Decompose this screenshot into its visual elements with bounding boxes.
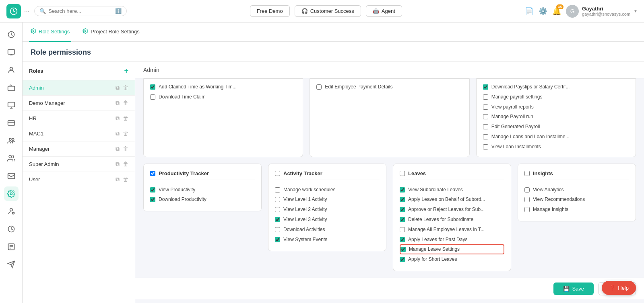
sidebar-item-card[interactable]: [4, 116, 19, 130]
checkbox-productivity-tracker-all[interactable]: [150, 171, 155, 176]
sidebar-item-user[interactable]: [4, 63, 19, 77]
partial-top-cards: Add Claimed Time as Working Tim... Downl…: [135, 78, 644, 157]
checkbox-view-system-events[interactable]: [275, 237, 280, 242]
sidebar-item-mail[interactable]: [4, 169, 19, 183]
perm-label-manage-leave-settings: Manage Leave Settings: [409, 246, 460, 253]
save-button[interactable]: 💾 Save: [553, 283, 594, 295]
checkbox-apply-past-days[interactable]: [400, 237, 405, 242]
role-item-admin[interactable]: Admin ⧉ 🗑: [23, 80, 135, 96]
copy-icon-mac1[interactable]: ⧉: [116, 130, 120, 137]
perm-label-manage-work-schedules: Manage work schedules: [283, 186, 335, 193]
copy-icon-hr[interactable]: ⧉: [116, 115, 120, 122]
perm-label-manage-payroll-run: Manage Payroll run: [491, 113, 533, 120]
checkbox-view-level1[interactable]: [275, 197, 280, 202]
svg-point-3: [10, 67, 12, 70]
checkbox-apply-short-leaves[interactable]: [400, 257, 405, 262]
checkbox-view-productivity[interactable]: [150, 187, 155, 192]
checkbox-manage-leave-settings[interactable]: [400, 247, 406, 252]
sidebar-item-clock[interactable]: [4, 27, 19, 42]
delete-icon-admin[interactable]: 🗑: [123, 84, 128, 91]
checkbox-view-recommendations[interactable]: [524, 197, 530, 202]
checkbox-download-time-claim[interactable]: [150, 94, 155, 100]
role-item-demo-manager[interactable]: Demo Manager ⧉ 🗑: [23, 96, 135, 111]
checkbox-activity-tracker-all[interactable]: [275, 171, 280, 176]
perm-label-add-claimed: Add Claimed Time as Working Tim...: [159, 84, 237, 90]
sidebar-item-settings[interactable]: [4, 186, 19, 201]
checkbox-view-loan-installments[interactable]: [483, 144, 488, 149]
sidebar-item-monitor[interactable]: [4, 98, 19, 113]
checkbox-edit-payment[interactable]: [316, 84, 322, 90]
checkbox-view-analytics[interactable]: [524, 187, 530, 192]
add-role-button[interactable]: +: [124, 67, 128, 75]
checkbox-edit-generated-payroll[interactable]: [483, 124, 488, 129]
perm-label-view-level1: View Level 1 Activity: [283, 196, 327, 203]
role-name-super-admin: Super Admin: [29, 161, 59, 167]
checkbox-delete-leaves[interactable]: [400, 217, 405, 222]
checkbox-apply-leaves-behalf[interactable]: [400, 197, 405, 202]
sidebar-item-team[interactable]: [4, 151, 19, 166]
delete-icon-demo-manager[interactable]: 🗑: [123, 100, 128, 106]
settings-gear-icon[interactable]: ⚙️: [539, 7, 547, 16]
roles-header: Roles +: [23, 62, 135, 80]
delete-icon-mac1[interactable]: 🗑: [123, 130, 128, 137]
search-bar[interactable]: 🔍 ℹ️: [34, 6, 127, 16]
checkbox-download-activities[interactable]: [275, 227, 280, 232]
copy-icon-demo-manager[interactable]: ⧉: [116, 100, 120, 106]
role-actions-admin: ⧉ 🗑: [116, 84, 128, 91]
copy-icon-manager[interactable]: ⧉: [116, 145, 120, 152]
delete-icon-user[interactable]: 🗑: [123, 176, 128, 183]
role-item-super-admin[interactable]: Super Admin ⧉ 🗑: [23, 157, 135, 172]
tab-role-settings[interactable]: Role Settings: [29, 23, 71, 42]
agent-button[interactable]: 🤖 Agent: [366, 5, 402, 17]
sidebar-item-time[interactable]: [4, 222, 19, 236]
sidebar-item-briefcase[interactable]: [4, 80, 19, 95]
free-demo-button[interactable]: Free Demo: [250, 5, 290, 17]
checkbox-manage-payroll-run[interactable]: [483, 114, 488, 119]
role-name-admin: Admin: [29, 85, 44, 91]
perm-item-download-activities: Download Activities: [275, 225, 380, 235]
sidebar-item-report[interactable]: [4, 240, 19, 254]
checkbox-view-level2[interactable]: [275, 207, 280, 212]
checkbox-insights-all[interactable]: [524, 171, 530, 176]
sidebar-item-person-settings[interactable]: [4, 204, 19, 219]
customer-success-button[interactable]: 🎧 Customer Success: [295, 5, 361, 17]
role-item-manager[interactable]: Manager ⧉ 🗑: [23, 141, 135, 157]
checkbox-manage-payroll-settings[interactable]: [483, 94, 488, 100]
checkbox-approve-reject-leaves[interactable]: [400, 207, 405, 212]
role-item-user[interactable]: User ⧉ 🗑: [23, 172, 135, 187]
tab-project-role-settings[interactable]: Project Role Settings: [81, 23, 141, 42]
perm-label-delete-leaves: Delete Leaves for Subordinate: [408, 216, 473, 223]
perm-item-manage-insights: Manage Insights: [524, 205, 629, 215]
search-input[interactable]: [48, 8, 113, 14]
tabs-bar: Role Settings Project Role Settings: [23, 23, 644, 42]
checkbox-manage-loans[interactable]: [483, 134, 488, 139]
role-item-hr[interactable]: HR ⧉ 🗑: [23, 111, 135, 126]
perm-item-edit-generated-payroll: Edit Generated Payroll: [483, 122, 629, 132]
checkbox-manage-insights[interactable]: [524, 207, 530, 212]
copy-icon-super-admin[interactable]: ⧉: [116, 161, 120, 168]
checkbox-download-productivity[interactable]: [150, 197, 155, 202]
checkbox-add-claimed[interactable]: [150, 84, 155, 90]
user-profile[interactable]: G Gayathri gayathri@snovasys.com ▼: [566, 5, 638, 18]
checkbox-view-level3[interactable]: [275, 217, 280, 222]
sidebar-item-tv[interactable]: [4, 45, 19, 59]
copy-icon-admin[interactable]: ⧉: [116, 84, 120, 91]
copy-icon-user[interactable]: ⧉: [116, 176, 120, 183]
delete-icon-super-admin[interactable]: 🗑: [123, 161, 128, 168]
checkbox-manage-all-employee-leaves[interactable]: [400, 227, 405, 232]
notification-icon[interactable]: 🔔35: [552, 7, 561, 16]
checkbox-view-payroll-reports[interactable]: [483, 104, 488, 110]
sidebar-item-group[interactable]: [4, 133, 19, 148]
checkbox-download-payslips[interactable]: [483, 84, 488, 90]
document-icon[interactable]: 📄: [525, 7, 534, 16]
delete-icon-manager[interactable]: 🗑: [123, 145, 128, 152]
checkbox-view-subordinate-leaves[interactable]: [400, 187, 405, 192]
delete-icon-hr[interactable]: 🗑: [123, 115, 128, 122]
help-button[interactable]: ❓ Help: [602, 281, 636, 295]
sidebar-item-send[interactable]: [4, 257, 19, 272]
checkbox-manage-work-schedules[interactable]: [275, 187, 280, 192]
perm-label-manage-all-employee-leaves: Manage All Employee Leaves in T...: [408, 226, 485, 233]
role-item-mac1[interactable]: MAC1 ⧉ 🗑: [23, 126, 135, 141]
svg-rect-4: [8, 86, 14, 91]
checkbox-leaves-all[interactable]: [400, 171, 405, 176]
